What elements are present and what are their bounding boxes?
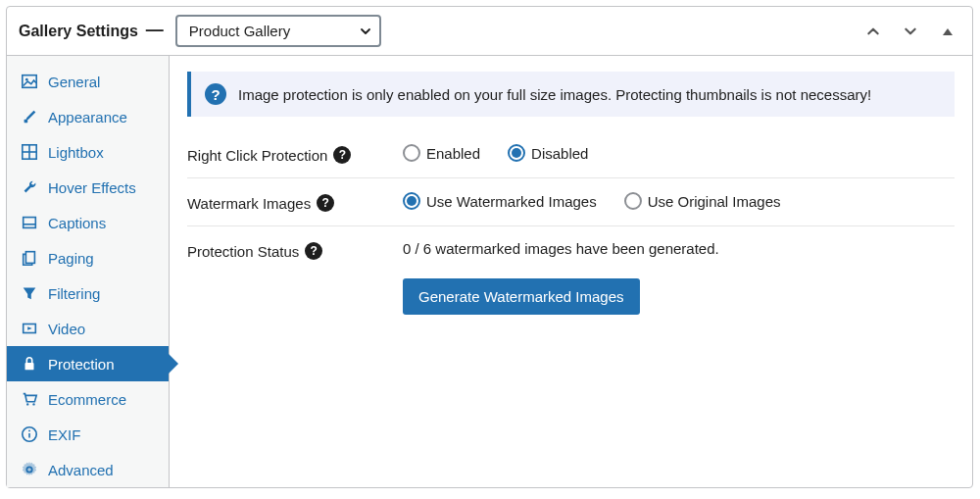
wrench-icon (21, 178, 38, 196)
svg-point-11 (26, 403, 28, 405)
pages-icon (21, 249, 38, 267)
video-icon (21, 320, 38, 337)
sidebar-item-label: Hover Effects (48, 179, 136, 196)
help-tooltip-icon[interactable]: ? (305, 242, 322, 260)
help-tooltip-icon[interactable]: ? (317, 194, 334, 212)
generate-watermarked-button[interactable]: Generate Watermarked Images (403, 278, 640, 315)
svg-rect-6 (24, 218, 36, 228)
svg-rect-2 (24, 120, 28, 124)
panel-body: General Appearance Lightbox Hover Effect… (7, 56, 972, 487)
sidebar-item-captions[interactable]: Captions (7, 205, 169, 240)
sidebar-item-label: Protection (48, 356, 115, 373)
info-icon (21, 425, 38, 443)
sidebar-item-protection[interactable]: Protection (7, 346, 169, 381)
caption-icon (21, 214, 38, 231)
sidebar-item-label: Advanced (48, 462, 114, 478)
row-right-click-protection: Right Click Protection ? Enabled Disable… (187, 130, 955, 178)
sidebar: General Appearance Lightbox Hover Effect… (7, 56, 170, 487)
radio-enabled[interactable]: Enabled (403, 144, 480, 162)
field-label: Watermark Images ? (187, 192, 403, 212)
help-icon: ? (205, 83, 226, 105)
right-click-radio-group: Enabled Disabled (403, 144, 955, 162)
sidebar-item-lightbox[interactable]: Lightbox (7, 134, 169, 170)
sidebar-item-label: Paging (48, 250, 94, 267)
radio-icon (403, 144, 420, 162)
sidebar-item-appearance[interactable]: Appearance (7, 99, 169, 134)
svg-rect-8 (25, 252, 34, 264)
brush-icon (21, 108, 38, 125)
collapse-icon[interactable]: — (146, 20, 164, 40)
watermark-radio-group: Use Watermarked Images Use Original Imag… (403, 192, 955, 210)
row-watermark-images: Watermark Images ? Use Watermarked Image… (187, 178, 955, 226)
notice-text: Image protection is only enabled on your… (238, 86, 871, 103)
sidebar-item-label: Captions (48, 215, 106, 231)
cart-icon (21, 390, 38, 408)
svg-point-12 (32, 403, 34, 405)
radio-icon (624, 192, 642, 210)
row-protection-status: Protection Status ? 0 / 6 watermarked im… (187, 226, 955, 328)
help-tooltip-icon[interactable]: ? (333, 146, 351, 164)
lock-icon (21, 355, 38, 373)
radio-icon (508, 144, 525, 162)
sidebar-item-advanced[interactable]: Advanced (7, 452, 169, 487)
svg-point-15 (28, 430, 30, 432)
sidebar-item-label: EXIF (48, 426, 80, 443)
info-notice: ? Image protection is only enabled on yo… (187, 72, 955, 117)
sidebar-item-hover-effects[interactable]: Hover Effects (7, 170, 169, 205)
sidebar-item-ecommerce[interactable]: Ecommerce (7, 381, 169, 417)
radio-disabled[interactable]: Disabled (508, 144, 588, 162)
prev-button[interactable] (860, 19, 886, 44)
sidebar-item-exif[interactable]: EXIF (7, 417, 169, 452)
radio-use-watermarked[interactable]: Use Watermarked Images (403, 192, 597, 210)
sidebar-item-label: General (48, 74, 100, 90)
sidebar-item-filtering[interactable]: Filtering (7, 275, 169, 311)
image-icon (21, 73, 38, 90)
radio-use-original[interactable]: Use Original Images (624, 192, 781, 210)
filter-icon (21, 284, 38, 302)
gear-icon (21, 461, 38, 478)
sidebar-item-paging[interactable]: Paging (7, 240, 169, 275)
gallery-settings-panel: Gallery Settings — Product Gallery (6, 6, 973, 488)
grid-icon (21, 143, 38, 161)
svg-rect-10 (25, 363, 34, 370)
next-button[interactable] (898, 19, 923, 44)
sidebar-item-label: Ecommerce (48, 391, 126, 408)
field-label: Right Click Protection ? (187, 144, 403, 164)
sidebar-item-label: Filtering (48, 285, 100, 302)
sidebar-item-label: Lightbox (48, 144, 104, 161)
sidebar-item-general[interactable]: General (7, 64, 169, 99)
gallery-select[interactable]: Product Gallery (175, 15, 381, 47)
field-label: Protection Status ? (187, 240, 403, 260)
collapse-toggle[interactable] (935, 19, 960, 44)
sidebar-item-label: Video (48, 321, 85, 337)
panel-header: Gallery Settings — Product Gallery (7, 7, 972, 56)
content-pane: ? Image protection is only enabled on yo… (170, 56, 972, 487)
panel-title: Gallery Settings (19, 23, 138, 40)
sidebar-item-label: Appearance (48, 109, 127, 125)
sidebar-item-video[interactable]: Video (7, 311, 169, 346)
gallery-select-value: Product Gallery (175, 15, 381, 47)
radio-icon (403, 192, 420, 210)
protection-status-text: 0 / 6 watermarked images have been gener… (403, 240, 955, 257)
